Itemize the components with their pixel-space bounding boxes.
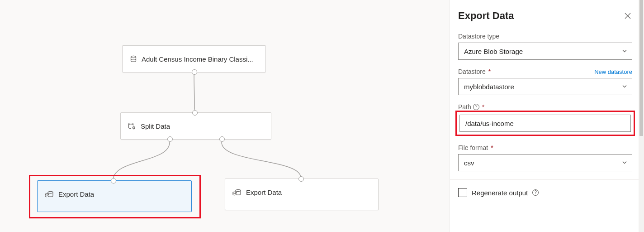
chevron-down-icon	[622, 48, 627, 55]
datastore-select[interactable]: myblobdatastore	[458, 78, 632, 95]
node-split-data[interactable]: Split Data	[120, 112, 271, 140]
properties-panel: Export Data Datastore type Azure Blob St…	[450, 0, 644, 232]
input-port[interactable]	[298, 176, 304, 182]
new-datastore-link[interactable]: New datastore	[594, 68, 632, 75]
scrollbar[interactable]	[639, 0, 644, 232]
panel-title: Export Data	[458, 10, 514, 22]
pipeline-canvas[interactable]: Adult Census Income Binary Classi... Spl…	[0, 0, 450, 232]
info-icon[interactable]: ?	[532, 189, 539, 196]
node-export-data-right[interactable]: Export Data	[225, 179, 379, 210]
file-format-label: File format*	[458, 144, 632, 151]
svg-point-6	[233, 192, 237, 193]
svg-point-3	[48, 191, 53, 193]
datastore-value: myblobdatastore	[464, 83, 514, 91]
svg-point-0	[131, 56, 136, 58]
node-dataset[interactable]: Adult Census Income Binary Classi...	[122, 45, 266, 72]
input-port[interactable]	[192, 110, 198, 116]
node-export-data-left[interactable]: Export Data	[37, 180, 192, 212]
regenerate-output-label: Regenerate output	[472, 189, 528, 197]
datastore-type-select[interactable]: Azure Blob Storage	[458, 43, 632, 60]
svg-point-5	[236, 189, 241, 191]
path-highlight	[455, 111, 635, 136]
node-dataset-label: Adult Census Income Binary Classi...	[142, 55, 253, 63]
input-port[interactable]	[111, 178, 116, 184]
regenerate-output-checkbox[interactable]	[458, 188, 467, 197]
output-port[interactable]	[192, 69, 197, 75]
info-icon[interactable]: ?	[473, 104, 479, 110]
divider	[450, 179, 644, 180]
datastore-type-label: Datastore type	[458, 33, 632, 40]
chevron-down-icon	[622, 159, 627, 167]
svg-point-4	[45, 193, 49, 195]
node-export-label: Export Data	[58, 190, 94, 198]
file-format-select[interactable]: csv	[458, 154, 632, 171]
datastore-label: Datastore*	[458, 68, 491, 75]
scroll-thumb[interactable]	[639, 0, 643, 136]
node-split-label: Split Data	[141, 122, 170, 130]
database-gear-icon	[128, 122, 136, 130]
svg-point-1	[129, 123, 133, 125]
export-database-icon	[45, 190, 54, 198]
datastore-type-value: Azure Blob Storage	[464, 48, 523, 55]
path-input[interactable]	[459, 115, 631, 132]
chevron-down-icon	[622, 83, 627, 91]
path-label: Path ? *	[458, 103, 632, 111]
file-format-value: csv	[464, 159, 474, 167]
node-export-label: Export Data	[246, 188, 282, 196]
output-port-2[interactable]	[219, 136, 225, 142]
database-icon	[130, 55, 137, 63]
output-port-1[interactable]	[167, 136, 173, 142]
close-button[interactable]	[623, 11, 632, 20]
export-database-icon	[232, 188, 242, 196]
